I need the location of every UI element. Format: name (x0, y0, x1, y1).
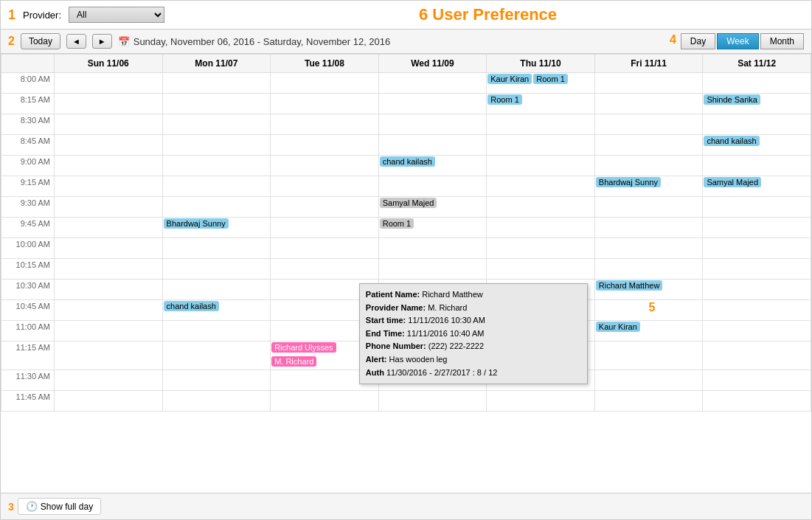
cell-thu-9:30 AM[interactable] (487, 197, 595, 218)
cell-tue-9:00 AM[interactable] (271, 156, 379, 176)
cell-sat-11:45 AM[interactable] (703, 391, 811, 412)
cell-sat-9:15 AM[interactable]: Samyal Majed (703, 176, 811, 197)
cell-fri-9:45 AM[interactable] (594, 218, 703, 238)
cell-tue-10:00 AM[interactable] (271, 238, 379, 259)
cell-sun-10:30 AM[interactable] (55, 280, 163, 300)
cell-sat-11:15 AM[interactable] (703, 342, 811, 370)
cell-mon-8:00 AM[interactable] (162, 73, 271, 94)
cell-thu-9:15 AM[interactable] (487, 176, 595, 197)
cell-tue-9:45 AM[interactable] (271, 218, 379, 238)
cell-fri-8:30 AM[interactable] (594, 114, 703, 135)
cell-fri-11:00 AM[interactable]: Kaur Kiran (594, 321, 703, 342)
cell-fri-9:00 AM[interactable] (594, 156, 703, 176)
cell-wed-9:00 AM[interactable]: chand kailash (378, 156, 487, 176)
cell-fri-11:45 AM[interactable] (594, 391, 703, 412)
cell-wed-8:45 AM[interactable] (378, 135, 487, 156)
next-button[interactable]: ► (92, 34, 112, 49)
cell-mon-10:15 AM[interactable] (162, 259, 271, 280)
appointment[interactable]: chand kailash (164, 301, 219, 311)
week-view-button[interactable]: Week (717, 33, 758, 49)
cell-wed-8:00 AM[interactable] (378, 73, 487, 94)
cell-tue-8:45 AM[interactable] (271, 135, 379, 156)
cell-mon-8:30 AM[interactable] (162, 114, 271, 135)
appointment-sub[interactable]: M. Richard (271, 356, 316, 367)
cell-sun-10:15 AM[interactable] (55, 259, 163, 280)
cell-sun-8:00 AM[interactable] (55, 73, 163, 94)
appointment[interactable]: Samyal Majed (380, 198, 437, 208)
cell-sun-10:00 AM[interactable] (55, 238, 163, 259)
cell-sun-11:30 AM[interactable] (55, 370, 163, 391)
cell-mon-10:30 AM[interactable] (162, 280, 271, 300)
prev-button[interactable]: ◄ (66, 34, 86, 49)
today-button[interactable]: Today (21, 33, 60, 49)
cell-thu-10:15 AM[interactable] (487, 259, 595, 280)
cell-sat-10:30 AM[interactable] (703, 280, 811, 300)
cell-mon-11:45 AM[interactable] (162, 391, 271, 412)
cell-tue-10:15 AM[interactable] (271, 259, 379, 280)
appointment[interactable]: chand kailash (380, 156, 435, 167)
day-view-button[interactable]: Day (681, 33, 715, 49)
cell-mon-8:15 AM[interactable] (162, 94, 271, 114)
cell-wed-9:30 AM[interactable]: Samyal Majed (378, 197, 487, 218)
cell-tue-11:45 AM[interactable] (271, 391, 379, 412)
cell-thu-9:00 AM[interactable] (487, 156, 595, 176)
appointment[interactable]: Room 1 (487, 94, 522, 105)
cell-mon-11:00 AM[interactable] (162, 321, 271, 342)
cell-mon-11:30 AM[interactable] (162, 370, 271, 391)
cell-sun-9:45 AM[interactable] (55, 218, 163, 238)
cell-thu-11:45 AM[interactable] (487, 391, 595, 412)
cell-wed-10:00 AM[interactable] (378, 238, 487, 259)
cell-sun-8:45 AM[interactable] (55, 135, 163, 156)
cell-wed-11:45 AM[interactable] (378, 391, 487, 412)
cell-sun-11:45 AM[interactable] (55, 391, 163, 412)
cell-wed-9:45 AM[interactable]: Room 1 (378, 218, 487, 238)
cell-wed-8:30 AM[interactable] (378, 114, 487, 135)
cell-mon-11:15 AM[interactable] (162, 342, 271, 370)
cell-fri-9:15 AM[interactable]: Bhardwaj Sunny (594, 176, 703, 197)
cell-sun-10:45 AM[interactable] (55, 300, 163, 321)
cell-fri-9:30 AM[interactable] (594, 197, 703, 218)
cell-thu-8:00 AM[interactable]: Kaur KiranRoom 1 (487, 73, 595, 94)
cell-mon-10:00 AM[interactable] (162, 238, 271, 259)
cell-fri-10:15 AM[interactable] (594, 259, 703, 280)
cell-sat-8:15 AM[interactable]: Shinde Sarika (703, 94, 811, 114)
appointment[interactable]: Kaur Kiran (487, 74, 532, 84)
appointment[interactable]: Samyal Majed (704, 177, 761, 187)
cell-sun-8:15 AM[interactable] (55, 94, 163, 114)
cell-tue-8:15 AM[interactable] (271, 94, 379, 114)
cell-sat-11:00 AM[interactable] (703, 321, 811, 342)
cell-fri-10:45 AM[interactable] (594, 300, 703, 321)
month-view-button[interactable]: Month (760, 33, 804, 49)
appointment[interactable]: Shinde Sarika (704, 94, 760, 105)
cell-fri-10:30 AM[interactable]: Richard Matthew Patient Name: Richard Ma… (594, 280, 703, 300)
cell-mon-9:15 AM[interactable] (162, 176, 271, 197)
cell-fri-11:30 AM[interactable] (594, 370, 703, 391)
cell-sun-11:00 AM[interactable] (55, 321, 163, 342)
cell-tue-8:30 AM[interactable] (271, 114, 379, 135)
cell-fri-8:15 AM[interactable] (594, 94, 703, 114)
cell-wed-8:15 AM[interactable] (378, 94, 487, 114)
cell-sat-11:30 AM[interactable] (703, 370, 811, 391)
cell-mon-10:45 AM[interactable]: chand kailash (162, 300, 271, 321)
cell-sat-8:30 AM[interactable] (703, 114, 811, 135)
appointment[interactable]: Richard Matthew (596, 280, 663, 291)
cell-sun-11:15 AM[interactable] (55, 342, 163, 370)
cell-sat-10:15 AM[interactable] (703, 259, 811, 280)
cell-fri-8:00 AM[interactable] (594, 73, 703, 94)
cell-mon-9:00 AM[interactable] (162, 156, 271, 176)
appointment-sub[interactable]: Room 1 (533, 74, 568, 84)
cell-wed-10:15 AM[interactable] (378, 259, 487, 280)
cell-sat-9:00 AM[interactable] (703, 156, 811, 176)
appointment[interactable]: Kaur Kiran (596, 322, 640, 332)
cell-thu-8:45 AM[interactable] (487, 135, 595, 156)
cell-sat-9:45 AM[interactable] (703, 218, 811, 238)
cell-sun-9:30 AM[interactable] (55, 197, 163, 218)
cell-thu-8:15 AM[interactable]: Room 1 (487, 94, 595, 114)
cell-tue-8:00 AM[interactable] (271, 73, 379, 94)
cell-mon-9:45 AM[interactable]: Bhardwaj Sunny (162, 218, 271, 238)
cell-tue-9:15 AM[interactable] (271, 176, 379, 197)
cell-fri-10:00 AM[interactable] (594, 238, 703, 259)
cell-thu-10:00 AM[interactable] (487, 238, 595, 259)
cell-sun-8:30 AM[interactable] (55, 114, 163, 135)
appointment[interactable]: Richard Ulysses (271, 342, 336, 353)
